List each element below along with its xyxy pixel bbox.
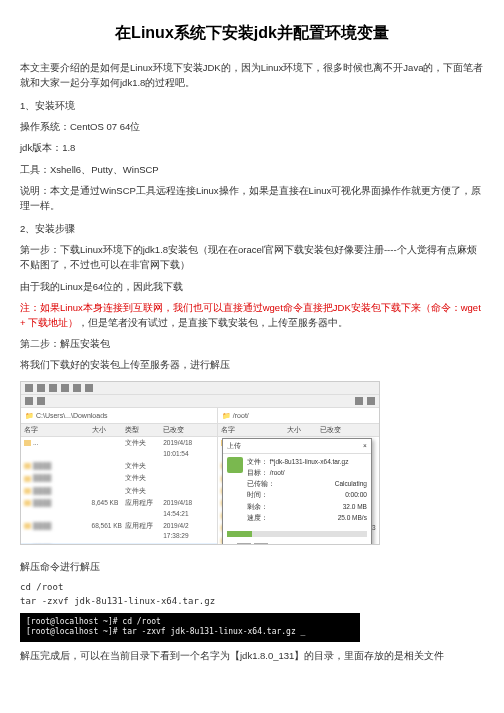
- toolbar-icon[interactable]: [367, 397, 375, 405]
- col-date[interactable]: 已改变: [320, 425, 376, 435]
- close-icon[interactable]: ×: [363, 441, 367, 451]
- col-size[interactable]: 大小: [92, 425, 126, 435]
- minimize-button[interactable]: —: [237, 543, 251, 544]
- file-row[interactable]: ████文件夹: [21, 485, 217, 497]
- file-row[interactable]: ████8,645 KB应用程序2019/4/18 14:54:21: [21, 497, 217, 520]
- intro-text: 本文主要介绍的是如何是Linux环境下安装JDK的，因为Linux环境下，很多时…: [20, 60, 484, 90]
- dialog-title: 上传 ×: [223, 439, 371, 454]
- toolbar-icon[interactable]: [49, 384, 57, 392]
- pane-remote: 名字 大小 已改变 ..2019/10/10 21:30:29████2019/…: [218, 424, 379, 544]
- terminal-line1: [root@localhost ~]# cd /root: [26, 617, 354, 627]
- dialog-time-val: 0:00:00: [345, 490, 367, 500]
- upload-icon: [227, 457, 243, 473]
- dialog-speed-label: 速度：: [247, 513, 268, 523]
- col-size[interactable]: 大小: [287, 425, 320, 435]
- breadcrumb-right[interactable]: 📁 /root/: [218, 408, 379, 424]
- col-date[interactable]: 已改变: [163, 425, 214, 435]
- file-row[interactable]: ████文件夹: [21, 460, 217, 472]
- env-note: 说明：本文是通过WinSCP工具远程连接Linux操作，如果是直接在Linux可…: [20, 183, 484, 213]
- step1-text: 第一步：下载Linux环境下的jdk1.8安装包（现在在oracel官网下载安装…: [20, 242, 484, 272]
- toolbar-icon[interactable]: [37, 397, 45, 405]
- finish-text: 解压完成后，可以在当前目录下看到一个名字为【jdk1.8.0_131】的目录，里…: [20, 648, 484, 663]
- breadcrumb-left[interactable]: 📁 C:\Users\...\Downloads: [21, 408, 218, 424]
- cmd2: tar -zxvf jdk-8u131-linux-x64.tar.gz: [20, 594, 484, 608]
- step1-sub: 由于我的Linux是64位的，因此我下载: [20, 279, 484, 294]
- terminal-line2: [root@localhost ~]# tar -zxvf jdk-8u131-…: [26, 627, 354, 637]
- step1-note-tail: ，但是笔者没有试过，是直接下载安装包，上传至服务器中。: [78, 317, 348, 328]
- section-steps: 2、安装步骤: [20, 221, 484, 236]
- toolbar-icon[interactable]: [25, 384, 33, 392]
- page-title: 在Linux系统下安装jdk并配置环境变量: [20, 20, 484, 46]
- col-type[interactable]: 类型: [125, 425, 163, 435]
- dialog-time-label: 时间：: [247, 490, 268, 500]
- winscp-screenshot: 📁 C:\Users\...\Downloads 📁 /root/ 名字 大小 …: [20, 381, 380, 545]
- terminal-screenshot: [root@localhost ~]# cd /root [root@local…: [20, 613, 360, 642]
- pane-local: 名字 大小 类型 已改变 ...文件夹2019/4/18 10:01:54███…: [21, 424, 218, 544]
- env-tools: 工具：Xshell6、Putty、WinSCP: [20, 162, 484, 177]
- col-name[interactable]: 名字: [24, 425, 92, 435]
- winscp-panes: 名字 大小 类型 已改变 ...文件夹2019/4/18 10:01:54███…: [21, 424, 379, 544]
- dialog-target: 目标： /root/: [247, 468, 367, 478]
- env-os: 操作系统：CentOS 07 64位: [20, 119, 484, 134]
- env-jdk: jdk版本：1.8: [20, 140, 484, 155]
- progress-fill: [227, 531, 252, 537]
- progress-bar: [227, 531, 367, 537]
- cmd1: cd /root: [20, 580, 484, 594]
- file-row[interactable]: ████.tar.gz14,544 KBZIP 压缩...2019/4/12 9…: [21, 543, 217, 544]
- decompress-heading: 解压命令进行解压: [20, 559, 484, 574]
- winscp-toolbar2: [21, 395, 379, 408]
- file-header-right: 名字 大小 已改变: [218, 424, 379, 437]
- toolbar-icon[interactable]: [61, 384, 69, 392]
- section-env: 1、安装环境: [20, 98, 484, 113]
- toolbar-icon[interactable]: [25, 397, 33, 405]
- step2-text: 第二步：解压安装包: [20, 336, 484, 351]
- speed-button[interactable]: ⏵: [254, 543, 268, 544]
- dialog-speed-val: 25.0 MB/s: [338, 513, 367, 523]
- toolbar-icon[interactable]: [37, 384, 45, 392]
- dialog-title-text: 上传: [227, 441, 241, 451]
- toolbar-icon[interactable]: [85, 384, 93, 392]
- winscp-toolbar: [21, 382, 379, 395]
- file-row[interactable]: ...文件夹2019/4/18 10:01:54: [21, 437, 217, 460]
- file-row[interactable]: ████文件夹: [21, 472, 217, 484]
- file-header-left: 名字 大小 类型 已改变: [21, 424, 217, 437]
- file-row[interactable]: ████68,561 KB应用程序2019/4/2 17:38:29: [21, 520, 217, 543]
- toolbar-icon[interactable]: [355, 397, 363, 405]
- toolbar-icon[interactable]: [73, 384, 81, 392]
- step1-note: 注：如果Linux本身连接到互联网，我们也可以直接通过wget命令直接把JDK安…: [20, 300, 484, 330]
- dialog-file: 文件： f*jdk-8u131-linux-x64.tar.gz: [247, 457, 367, 467]
- dialog-transferred-val: Calculating: [335, 479, 367, 489]
- dialog-remain-label: 剩余：: [247, 502, 268, 512]
- upload-dialog: 上传 × 文件： f*jdk-8u131-linux-x64.tar.gz 目标…: [222, 438, 372, 544]
- cancel-icon[interactable]: ✖: [227, 543, 234, 544]
- step2-txt: 将我们下载好的安装包上传至服务器，进行解压: [20, 357, 484, 372]
- dialog-remain-val: 32.0 MB: [343, 502, 367, 512]
- col-name[interactable]: 名字: [221, 425, 287, 435]
- dialog-transferred-label: 已传输：: [247, 479, 275, 489]
